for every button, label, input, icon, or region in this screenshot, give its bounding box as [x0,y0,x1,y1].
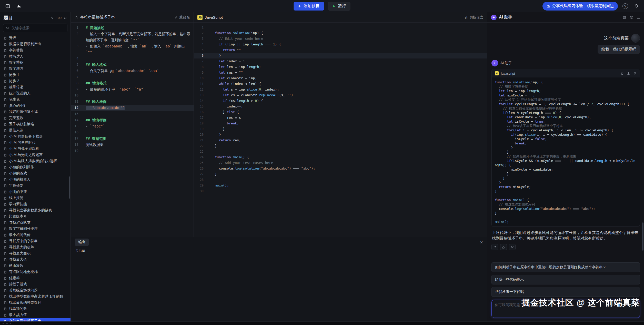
code-line[interactable]: 12 let s = inp.slice(0, index); [194,87,487,92]
sidebar-item[interactable]: 找出最长的神奇数列 [0,300,71,306]
sidebar-item[interactable]: 字符串最短循环子串 [0,318,71,321]
code-line[interactable]: 15- `"abc"` [71,123,194,129]
sidebar-scrollbar[interactable] [69,176,70,199]
help-icon[interactable]: ? [622,3,628,9]
share-icon[interactable] [623,15,627,19]
copy-icon[interactable] [620,72,624,75]
sidebar-item[interactable]: 统计说谎的人 [0,90,71,96]
close-output-icon[interactable]: × [480,240,483,245]
sidebar-toggle-icon[interactable] [4,3,11,10]
code-editor[interactable]: 12function solution(inp) {3 // Edit your… [194,23,487,237]
filter-icon[interactable] [51,16,54,19]
sidebar-item[interactable]: 最佳人选 [0,127,71,133]
sidebar-item[interactable]: 我好想逃但逃不掉 [0,109,71,115]
code-line[interactable]: 10 [71,92,194,99]
suggestion-chip[interactable]: 如何判断子串在原字符串中重复出现的次数是否刚好构成整个字符串？ [491,262,640,272]
code-line[interactable]: 6- 合法字符串 如 `abcabcabcabc` `aaa` [71,68,194,74]
problem-markdown-editor[interactable]: 1# 问题描述2- 输入一个字符串，判断其是否完全循环，若是循环的串，输出最短的… [71,23,194,237]
suggestion-chip[interactable]: 帮我检查一下代码 [491,287,640,297]
code-line[interactable]: 16 } else { [194,109,487,115]
sidebar-item[interactable]: 找出整型数组中占比超过 1/N 的数 [0,293,71,300]
sidebar-item[interactable]: 小超的游戏 [0,170,71,176]
search-input[interactable] [12,26,65,30]
code-line[interactable]: 19 [71,148,194,154]
thumbs-down-icon[interactable] [509,244,516,250]
code-line[interactable]: 9 let res = "" [194,70,487,75]
history-icon[interactable] [630,15,633,19]
code-line[interactable]: 2- 输入一个字符串，判断其是否完全循环，若是循环的串，输出最短的循环子串，否则… [71,31,194,43]
sidebar-item[interactable]: 数字乘积 [0,60,71,66]
insert-code-icon[interactable] [627,72,630,75]
code-line[interactable]: 15 index++; [194,104,487,109]
sidebar-item[interactable]: 字符修复 [0,183,71,189]
rename-button[interactable]: 重命名 [174,15,190,20]
code-line[interactable]: 11 while (index < len) { [194,81,487,87]
app-logo[interactable] [15,3,23,10]
sidebar-item[interactable]: 线上报警 [0,195,71,201]
code-line[interactable]: 1# 问题描述 [71,25,194,31]
code-line[interactable]: 9- 最短的循环子串 `"abc"` `"a"` [71,86,194,92]
sidebar-item[interactable]: 小明的书架 [0,189,71,195]
code-line[interactable]: 14 if (cs.length > 0) { [194,98,487,104]
code-line[interactable]: 11## 输入样例 [71,99,194,105]
suggestion-chip[interactable]: 给我一些代码提示 [491,275,640,284]
sidebar-item[interactable]: 寻找最大值 [0,257,71,263]
regenerate-icon[interactable] [491,244,498,250]
refresh-icon[interactable] [64,16,67,19]
sidebar-item[interactable]: 小包的数列操作 [0,164,71,170]
code-line[interactable]: 5 return "" [194,47,487,53]
sidebar-item[interactable]: 最小相同代价 [0,232,71,238]
code-line[interactable]: 12- `"abcabcabcabc"` [71,105,194,111]
sidebar-item[interactable]: 糖果传递 [0,84,71,90]
code-line[interactable]: 7 [71,74,194,80]
sidebar-item[interactable]: 比较版本号 [0,213,71,220]
sidebar-item[interactable]: 徒步 1 [0,72,71,78]
bell-icon[interactable] [633,3,640,10]
sidebar-item[interactable]: 完美整数 [0,115,71,121]
code-line[interactable]: 2function solution(inp) { [194,30,487,36]
sidebar-item[interactable]: 最大战力值 [0,312,71,318]
sidebar-item[interactable]: 数字字母问号排序 [0,226,71,232]
switch-language-button[interactable]: ⇄ 切换语言 [465,15,484,20]
sidebar-item[interactable]: 摇骰子游戏 [0,281,71,287]
code-line[interactable]: 28 [194,177,487,183]
bulb-icon[interactable] [633,72,637,75]
code-line[interactable]: 4 [71,55,194,62]
sidebar-item[interactable]: 数字增强 [0,66,71,72]
sidebar-item[interactable]: 小 M 与光明之魂迷宫 [0,152,71,158]
code-line[interactable]: 30 [194,188,487,194]
code-line[interactable]: 3- 如输入 `abababab` ，输出 `ab` ；输入 `ab` 则输出 … [71,43,194,55]
sidebar-item[interactable]: 寻找包含要素数最多的链表 [0,207,71,213]
chat-input[interactable] [495,303,637,315]
sidebar-item[interactable]: 小 M 与弹子游戏机 [0,146,71,152]
code-line[interactable]: 22} [194,143,487,149]
code-line[interactable]: 20 } [194,132,487,137]
sidebar-item[interactable]: 字符替换 [0,47,71,53]
sidebar-item[interactable]: 有点限制地走楼梯 [0,269,71,275]
code-line[interactable]: 5## 输入格式 [71,62,194,68]
code-line[interactable]: 1 [194,25,487,30]
chat-area[interactable]: 这个前端真菜 给我一些代码提示吧 AI 助手 JS javascript [487,23,644,260]
code-line[interactable]: 6 } [194,53,487,58]
code-line[interactable]: 19 } [194,126,487,132]
code-line[interactable]: 21 return res; [194,137,487,143]
sidebar-item[interactable]: 兔生兔 [0,96,71,103]
sidebar-item[interactable]: 小明的机器人 [0,176,71,183]
sidebar-item[interactable]: 寻找最大的葫芦 [0,244,71,250]
promo-banner[interactable]: 分享代码练习体验，领限量定制周边 [542,2,618,11]
code-line[interactable]: 13 [71,111,194,117]
code-line[interactable]: 26 console.log(solution("abcabcabcabc") … [194,166,487,171]
code-line[interactable]: 17 res = s [194,115,487,121]
code-line[interactable]: 29main(); [194,183,487,188]
sidebar-item[interactable]: 学习新技能 [0,201,71,207]
sidebar-item[interactable]: 小 M 的星球时代 [0,140,71,146]
code-line[interactable]: 3 // Edit your code here [194,36,487,42]
code-line[interactable]: 18 break; [194,121,487,126]
code-line[interactable]: 23 [194,149,487,154]
add-problem-button[interactable]: 添加题目 [294,2,324,11]
sidebar-item[interactable]: 数据表是否顺利产出 [0,41,71,47]
run-button[interactable]: 运行 [328,2,350,11]
sidebar-item[interactable]: 优惠券 [0,275,71,281]
sidebar-item[interactable]: 小 M 与狼人拯救者的能力选择 [0,158,71,164]
ai-scrollbar[interactable] [642,222,643,251]
